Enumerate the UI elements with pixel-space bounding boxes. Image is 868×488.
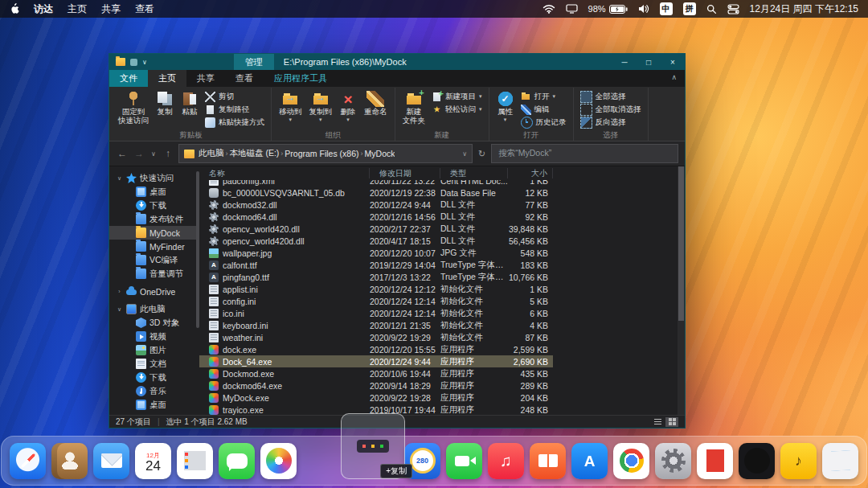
ribbon-button[interactable]: +新建项目▾ bbox=[429, 90, 485, 103]
ribbon-button[interactable]: 全部取消选择 bbox=[578, 103, 644, 116]
facetime-dock-icon[interactable] bbox=[446, 443, 482, 479]
file-row[interactable]: config.ini2020/12/24 12:14初始化文件5 KB bbox=[199, 295, 553, 307]
file-row[interactable]: Apingfang0.ttf2017/12/3 13:22TrueType 字体… bbox=[199, 271, 553, 283]
forward-button[interactable]: → bbox=[133, 148, 145, 159]
sidebar-item[interactable]: 图片 bbox=[109, 343, 199, 357]
ribbon-button[interactable]: →复制到▾ bbox=[306, 89, 336, 129]
column-header-date[interactable]: 修改日期 bbox=[370, 168, 440, 178]
sidebar-item[interactable]: ∨此电脑 bbox=[109, 302, 199, 316]
qqmusic-dock-icon[interactable]: ♪ bbox=[780, 443, 817, 479]
qat-customize-chevron-icon[interactable]: ∨ bbox=[142, 59, 147, 66]
refresh-button[interactable]: ↻ bbox=[478, 149, 485, 159]
sidebar-item[interactable]: 视频 bbox=[109, 330, 199, 343]
mail-dock-icon[interactable] bbox=[93, 443, 129, 479]
file-row[interactable]: Acalfont.ttf2019/12/29 14:04TrueType 字体文… bbox=[199, 259, 553, 271]
recent-locations-dropdown[interactable]: ∨ bbox=[149, 150, 158, 158]
title-bar[interactable]: ∨ 管理 E:\Program Files (x86)\MyDock ─ □ × bbox=[109, 54, 685, 70]
ribbon-button[interactable]: 复制 bbox=[153, 89, 177, 129]
up-button[interactable]: ↑ bbox=[162, 148, 174, 159]
breadcrumb-item[interactable]: MyDock bbox=[365, 149, 395, 158]
file-row[interactable]: Dock_64.exe2020/12/24 9:44应用程序2,690 KB bbox=[199, 355, 553, 367]
battery-indicator[interactable]: 98% bbox=[588, 4, 628, 14]
calendar-dock-icon[interactable]: 12月24 bbox=[135, 443, 171, 479]
column-header-type[interactable]: 类型 bbox=[440, 168, 508, 178]
sidebar-scrollbar[interactable] bbox=[196, 171, 199, 328]
ribbon-button[interactable]: 全部选择 bbox=[578, 90, 644, 103]
menu-item[interactable]: 共享 bbox=[101, 2, 121, 16]
file-row[interactable]: MyDock.exe2020/9/22 19:28应用程序204 KB bbox=[199, 392, 553, 404]
messages-dock-icon[interactable] bbox=[219, 443, 255, 479]
ribbon-button[interactable]: 打开▾ bbox=[518, 90, 569, 103]
file-row[interactable]: Dockmod.exe2020/10/6 19:44应用程序435 KB bbox=[199, 367, 553, 379]
apple-logo-icon[interactable] bbox=[10, 3, 19, 14]
windows-dock-icon[interactable] bbox=[822, 443, 858, 479]
books-dock-icon[interactable] bbox=[530, 443, 566, 479]
breadcrumb-item[interactable]: 此电脑 bbox=[199, 148, 224, 159]
ribbon-button[interactable]: 重命名 bbox=[361, 89, 391, 129]
qq-dock-icon[interactable] bbox=[697, 443, 733, 479]
sidebar-item[interactable]: 下载 bbox=[109, 371, 199, 384]
menu-item[interactable]: 访达 bbox=[34, 2, 53, 16]
sidebar-item[interactable]: MyFinder bbox=[109, 240, 199, 253]
address-field[interactable]: 此电脑›本地磁盘 (E:)›Program Files (x86)›MyDock… bbox=[178, 144, 473, 163]
column-header-name[interactable]: 名称 bbox=[199, 168, 370, 178]
sidebar-item[interactable]: 桌面 bbox=[109, 185, 199, 199]
ribbon-button[interactable]: 编辑 bbox=[518, 103, 569, 116]
file-row[interactable]: dockmod64.exe2020/9/14 18:29应用程序289 KB bbox=[199, 379, 553, 392]
ribbon-button[interactable]: 剪切 bbox=[203, 90, 267, 103]
address-dropdown-icon[interactable]: ∨ bbox=[462, 150, 467, 158]
ribbon-button[interactable]: 反向选择 bbox=[578, 116, 644, 129]
sidebar-item[interactable]: MyDock bbox=[109, 226, 199, 240]
menu-item[interactable]: 查看 bbox=[135, 2, 154, 16]
sidebar-item[interactable]: 音量调节 bbox=[109, 267, 199, 281]
ribbon-tab[interactable]: 文件 bbox=[109, 70, 148, 87]
ribbon-tab[interactable]: 应用程序工具 bbox=[264, 70, 338, 87]
sidebar-item[interactable]: 桌面 bbox=[109, 398, 199, 412]
sidebar-item[interactable]: 文档 bbox=[109, 357, 199, 371]
clock-dock-icon[interactable] bbox=[739, 443, 775, 479]
input-method-badge-pinyin[interactable]: 拼 bbox=[683, 2, 696, 15]
scrollbar-thumb[interactable] bbox=[678, 166, 684, 321]
photos-dock-icon[interactable] bbox=[260, 443, 297, 479]
maximize-button[interactable]: □ bbox=[637, 54, 661, 70]
file-row[interactable]: dockmod64.dll2020/12/16 14:56DLL 文件92 KB bbox=[199, 211, 553, 223]
ribbon-tab[interactable]: 主页 bbox=[148, 70, 186, 87]
file-row[interactable]: keyboard.ini2020/12/1 21:35初始化文件4 KB bbox=[199, 319, 553, 331]
thumbnail-view-button[interactable] bbox=[665, 417, 678, 427]
file-row[interactable]: wallpaper.jpg2020/12/20 10:07JPG 文件548 K… bbox=[199, 247, 553, 259]
context-tab-label[interactable]: 管理 bbox=[234, 54, 274, 70]
menu-bar-clock[interactable]: 12月24日 周四 下午12:15 bbox=[750, 2, 858, 16]
minimize-button[interactable]: ─ bbox=[612, 54, 637, 70]
file-row[interactable]: dock.exe2020/12/20 15:55应用程序2,599 KB bbox=[199, 343, 553, 355]
ribbon-button[interactable]: 复制路径 bbox=[203, 103, 267, 116]
breadcrumb-item[interactable]: Program Files (x86) bbox=[285, 149, 358, 158]
sidebar-item[interactable]: ∨快速访问 bbox=[109, 171, 199, 185]
file-row[interactable]: weather.ini2020/9/22 19:29初始化文件87 KB bbox=[199, 331, 553, 343]
ribbon-tab[interactable]: 查看 bbox=[225, 70, 264, 87]
appstore-dock-icon[interactable]: A bbox=[571, 443, 608, 479]
file-row[interactable]: ico.ini2020/12/24 12:14初始化文件6 KB bbox=[199, 307, 553, 319]
safari-dock-icon[interactable] bbox=[10, 443, 46, 479]
breadcrumb-item[interactable]: 本地磁盘 (E:) bbox=[230, 148, 280, 159]
search-box[interactable]: 搜索“MyDock” bbox=[491, 144, 678, 163]
ribbon-button[interactable]: ×删除▾ bbox=[336, 89, 360, 129]
sidebar-item[interactable]: 3D 对象 bbox=[109, 316, 199, 330]
sidebar-item[interactable]: 下载 bbox=[109, 199, 199, 212]
sidebar-item[interactable]: ›OneDrive bbox=[109, 285, 199, 298]
menu-item[interactable]: 主页 bbox=[68, 2, 87, 16]
ribbon-button[interactable]: 固定到 快速访问 bbox=[115, 89, 152, 129]
ribbon-button[interactable]: ✓属性▾ bbox=[493, 89, 518, 129]
file-row[interactable]: applist.ini2020/12/24 12:12初始化文件1 KB bbox=[199, 283, 553, 295]
settings-dock-icon[interactable] bbox=[655, 443, 691, 479]
reminders-dock-icon[interactable] bbox=[177, 443, 213, 479]
explorer-app-icon[interactable] bbox=[116, 58, 125, 66]
ribbon-button[interactable]: ★轻松访问▾ bbox=[429, 103, 485, 116]
sidebar-item[interactable]: VC编译 bbox=[109, 253, 199, 267]
ribbon-button[interactable]: 粘贴 bbox=[178, 89, 202, 129]
ribbon-button[interactable]: 历史记录 bbox=[518, 116, 569, 129]
ribbon-button[interactable]: +新建 文件夹 bbox=[399, 89, 429, 129]
input-method-badge-cn[interactable]: 中 bbox=[660, 2, 673, 15]
wifi-icon[interactable] bbox=[542, 4, 555, 14]
file-row[interactable]: dockmod32.dll2020/12/24 9:44DLL 文件77 KB bbox=[199, 199, 553, 211]
file-row[interactable]: bc_00000LVSQV3ARNLT_05.db2020/12/19 22:3… bbox=[199, 187, 553, 199]
